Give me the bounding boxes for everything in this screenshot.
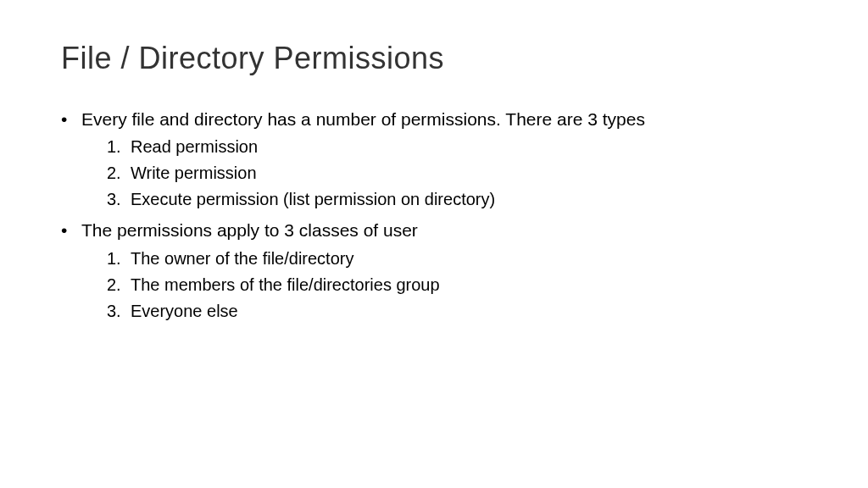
slide-title: File / Directory Permissions [61, 41, 807, 76]
bullet-item: • The permissions apply to 3 classes of … [61, 218, 807, 242]
list-item: 3. Execute permission (list permission o… [107, 187, 807, 211]
list-text: Write permission [131, 161, 807, 185]
number-marker: 3. [107, 299, 131, 323]
number-marker: 1. [107, 135, 131, 158]
numbered-list: 1. The owner of the file/directory 2. Th… [107, 247, 807, 323]
list-item: 2. The members of the file/directories g… [107, 273, 807, 297]
bullet-marker: • [61, 218, 81, 242]
slide-content: • Every file and directory has a number … [61, 107, 807, 323]
list-text: The owner of the file/directory [131, 247, 807, 270]
list-text: The members of the file/directories grou… [131, 273, 807, 297]
number-marker: 1. [107, 247, 131, 270]
list-item: 2. Write permission [107, 161, 807, 185]
bullet-text: The permissions apply to 3 classes of us… [81, 218, 807, 242]
bullet-text: Every file and directory has a number of… [81, 107, 807, 131]
number-marker: 2. [107, 161, 131, 185]
numbered-list: 1. Read permission 2. Write permission 3… [107, 135, 807, 211]
list-text: Everyone else [131, 299, 807, 323]
list-item: 1. The owner of the file/directory [107, 247, 807, 270]
list-item: 1. Read permission [107, 135, 807, 158]
list-text: Execute permission (list permission on d… [131, 187, 807, 211]
bullet-marker: • [61, 107, 81, 131]
bullet-item: • Every file and directory has a number … [61, 107, 807, 131]
number-marker: 2. [107, 273, 131, 297]
list-item: 3. Everyone else [107, 299, 807, 323]
number-marker: 3. [107, 187, 131, 211]
list-text: Read permission [131, 135, 807, 158]
